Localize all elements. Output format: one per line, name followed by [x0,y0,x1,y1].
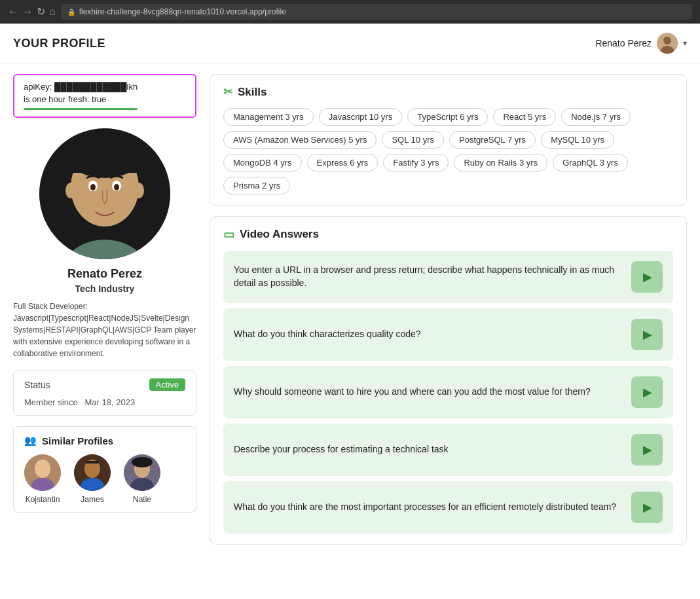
skill-tag: React 5 yrs [493,108,556,126]
skill-tag: Ruby on Rails 3 yrs [454,154,547,172]
svg-point-24 [132,457,153,467]
play-button-5[interactable]: ▶ [631,492,663,523]
similar-profiles-list: Kojstantin James [24,454,185,504]
video-item-2: What do you think characterizes quality … [223,308,673,361]
play-button-4[interactable]: ▶ [631,434,663,465]
lock-icon: 🔒 [67,9,75,16]
similar-person-1[interactable]: Kojstantin [24,454,61,504]
similar-profiles-title: 👥 Similar Profiles [24,435,185,446]
skill-tag: TypeScript 6 yrs [407,108,488,126]
home-button[interactable]: ⌂ [49,7,56,17]
svg-point-11 [114,184,119,191]
svg-point-1 [663,37,671,45]
svg-point-13 [134,183,144,198]
similar-name-1: Kojstantin [26,495,60,504]
right-panel: ✂ Skills Management 3 yrsJavascript 10 y… [210,74,687,594]
video-item-3: Why should someone want to hire you and … [223,366,673,418]
video-icon: ▭ [223,227,234,242]
main-content: apiKey: ████████████lkh is one hour fres… [0,64,700,599]
play-icon: ▶ [643,270,652,284]
skill-tag: Javascript 10 yrs [319,108,403,126]
profile-photo [39,128,170,259]
skills-grid: Management 3 yrsJavascript 10 yrsTypeScr… [223,108,673,194]
app-header: YOUR PROFILE Renato Perez ▾ [0,24,700,64]
profile-industry: Tech Industry [13,283,196,294]
video-question-4: Describe your process for estimating a t… [234,443,621,456]
skill-tag: Node.js 7 yrs [561,108,631,126]
similar-name-2: James [81,495,103,504]
user-menu[interactable]: Renato Perez ▾ [595,33,687,54]
svg-rect-20 [86,461,99,463]
status-badge: Active [149,378,185,391]
skill-tag: Express 6 yrs [307,154,378,172]
similar-name-3: Natie [133,495,151,504]
skill-tag: Management 3 yrs [223,108,314,126]
video-title: ▭ Video Answers [223,227,673,242]
avatar [657,33,678,54]
skill-tag: MySQL 10 yrs [541,131,614,149]
similar-person-3[interactable]: Natie [124,454,160,504]
skill-tag: AWS (Amazon Web Services) 5 yrs [223,131,377,149]
similar-profiles-section: 👥 Similar Profiles Kojstantin [13,426,196,513]
video-section: ▭ Video Answers You enter a URL in a bro… [210,216,687,545]
status-row: Status Active [24,378,185,391]
api-key-label: apiKey: [24,82,52,92]
profile-name: Renato Perez [13,267,196,281]
similar-avatar-1 [24,454,61,491]
play-button-1[interactable]: ▶ [631,261,663,293]
skill-tag: MongoDB 4 yrs [223,154,302,172]
status-label: Status [24,380,50,390]
play-button-3[interactable]: ▶ [631,376,663,408]
video-list: You enter a URL in a browser and press r… [223,251,673,534]
api-key-fresh: is one hour fresh: true [24,94,186,104]
page-title: YOUR PROFILE [13,37,105,50]
video-question-1: You enter a URL in a browser and press r… [234,264,621,289]
status-card: Status Active Member since Mar 18, 2023 [13,370,196,416]
forward-button[interactable]: → [22,7,33,17]
api-key-value: ████████████lkh [54,82,138,92]
video-item-5: What do you think are the most important… [223,481,673,534]
video-item-4: Describe your process for estimating a t… [223,424,673,476]
skill-tag: GraphQL 3 yrs [553,154,628,172]
back-button[interactable]: ← [8,7,18,17]
skill-tag: Fastify 3 yrs [383,154,449,172]
profile-bio: Full Stack Developer: Javascript|Typescr… [13,300,196,359]
api-key-text: apiKey: ████████████lkh [24,82,186,92]
skill-tag: SQL 10 yrs [382,131,444,149]
user-name: Renato Perez [595,38,652,48]
people-icon: 👥 [24,435,37,446]
sidebar: apiKey: ████████████lkh is one hour fres… [13,74,196,594]
play-icon: ▶ [643,385,652,399]
play-icon: ▶ [643,443,652,457]
play-button-2[interactable]: ▶ [631,319,663,350]
skills-title: ✂ Skills [223,85,673,99]
play-icon: ▶ [643,500,652,515]
svg-point-15 [35,460,50,478]
similar-avatar-3 [124,454,160,491]
video-question-2: What do you think characterizes quality … [234,328,621,341]
skill-tag: Prisma 2 yrs [223,177,290,194]
chevron-down-icon: ▾ [683,39,687,48]
reload-button[interactable]: ↻ [37,7,45,17]
url-text: flexhire-challenge-8vcg888qn-renato1010.… [79,7,286,16]
play-icon: ▶ [643,327,652,342]
skill-tag: PostgreSQL 7 yrs [449,131,536,149]
svg-rect-7 [71,160,139,173]
svg-point-10 [90,184,96,191]
similar-avatar-2 [74,454,111,491]
scissors-icon: ✂ [223,85,232,99]
address-bar[interactable]: 🔒 flexhire-challenge-8vcg888qn-renato101… [61,4,692,20]
similar-person-2[interactable]: James [74,454,111,504]
api-key-box: apiKey: ████████████lkh is one hour fres… [13,74,196,118]
video-question-3: Why should someone want to hire you and … [234,386,621,399]
skills-section: ✂ Skills Management 3 yrsJavascript 10 y… [210,74,687,206]
video-question-5: What do you think are the most important… [234,501,621,514]
browser-chrome: ← → ↻ ⌂ 🔒 flexhire-challenge-8vcg888qn-r… [0,0,700,24]
api-key-progress-bar [24,108,138,110]
svg-point-12 [65,183,76,198]
member-since: Member since Mar 18, 2023 [24,397,185,407]
video-item-1: You enter a URL in a browser and press r… [223,251,673,303]
